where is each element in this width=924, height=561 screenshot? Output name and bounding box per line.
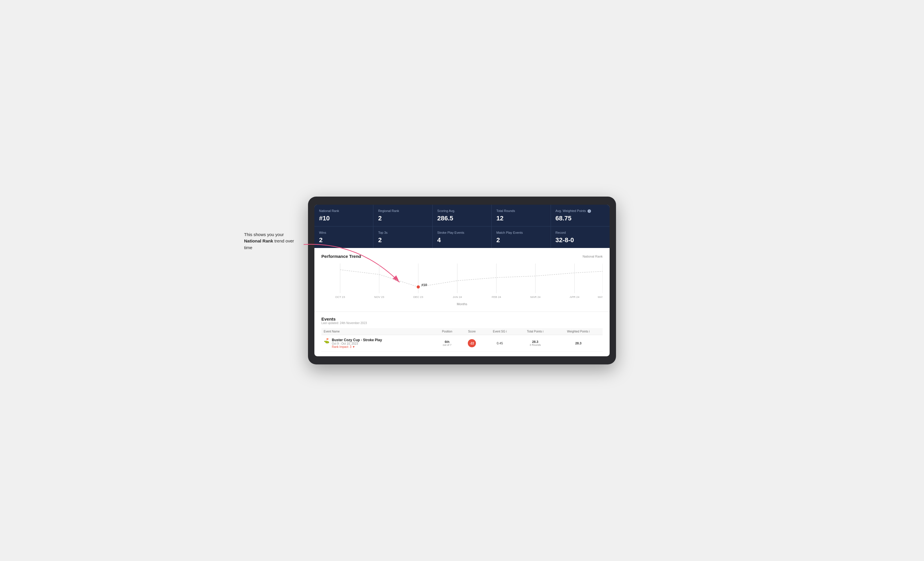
svg-text:FEB 24: FEB 24	[492, 295, 501, 299]
stat-wins: Wins 2	[314, 226, 373, 248]
stat-national-rank-label: National Rank	[319, 209, 369, 213]
stat-stroke-play: Stroke Play Events 4	[433, 226, 491, 248]
event-sg-cell: 0.45	[483, 335, 516, 352]
svg-text:NOV 23: NOV 23	[374, 295, 384, 299]
col-event-name: Event Name	[321, 328, 434, 335]
stat-match-play-label: Match Play Events	[496, 230, 546, 235]
events-title: Events	[321, 317, 603, 322]
event-total-points-sub: 3 Rounds	[519, 344, 552, 346]
stat-regional-rank-label: Regional Rank	[378, 209, 428, 213]
stat-record: Record 32-8-0	[551, 226, 610, 248]
col-event-sg: Event SG i	[483, 328, 516, 335]
stat-wins-label: Wins	[319, 230, 369, 235]
svg-text:DEC 23: DEC 23	[413, 295, 423, 299]
stat-scoring-avg: Scoring Avg. 286.5	[433, 205, 491, 226]
col-total-points: Total Points i	[516, 328, 554, 335]
score-badge: -22	[468, 339, 476, 347]
event-position: 6th	[436, 340, 458, 344]
scene: This shows you your National Rank trend …	[308, 197, 616, 365]
info-icon-sg: i	[506, 330, 507, 333]
event-sg: 0.45	[496, 341, 502, 345]
info-icon-wp: i	[589, 330, 590, 333]
chevron-down-icon: ▼	[352, 345, 355, 349]
stat-national-rank: National Rank #10	[314, 205, 373, 226]
events-section: Events Last updated: 24th November 2023 …	[314, 312, 610, 356]
stat-regional-rank-value: 2	[378, 215, 428, 222]
chart-svg: #10 OCT 23 NOV 23 DEC 23 JAN 24 FEB 24 M…	[321, 263, 603, 301]
stat-scoring-avg-label: Scoring Avg.	[437, 209, 487, 213]
svg-text:#10: #10	[422, 283, 427, 287]
svg-text:JAN 24: JAN 24	[453, 295, 462, 299]
events-table: Event Name Position Score Event SG i	[321, 328, 603, 352]
annotation-text: This shows you your National Rank trend …	[244, 232, 294, 250]
stat-match-play: Match Play Events 2	[492, 226, 550, 248]
stat-total-rounds: Total Rounds 12	[492, 205, 550, 226]
event-score-cell: -22	[460, 335, 483, 352]
stat-stroke-play-label: Stroke Play Events	[437, 230, 487, 235]
stat-total-rounds-value: 12	[496, 215, 546, 222]
info-icon-tp: i	[543, 330, 543, 333]
events-last-updated: Last updated: 24th November 2023	[321, 322, 603, 325]
stat-top3s: Top 3s 2	[374, 226, 432, 248]
event-total-points-cell: 28.3 3 Rounds	[516, 335, 554, 352]
event-name-cell: ⛳ Buster Cozy Cup - Stroke Play Oct 9 - …	[321, 335, 434, 352]
stat-match-play-value: 2	[496, 236, 546, 244]
stat-stroke-play-value: 4	[437, 236, 487, 244]
tablet-screen: National Rank #10 Regional Rank 2 Scorin…	[314, 205, 610, 357]
tablet-device: National Rank #10 Regional Rank 2 Scorin…	[308, 197, 616, 365]
stat-top3s-value: 2	[378, 236, 428, 244]
stat-wins-value: 2	[319, 236, 369, 244]
svg-text:APR 24: APR 24	[570, 295, 580, 299]
rank-impact: Rank Impact: 3 ▼	[332, 345, 382, 349]
col-position: Position	[434, 328, 460, 335]
stat-avg-weighted-label: Avg. Weighted Points i	[555, 209, 605, 213]
stat-record-label: Record	[555, 230, 605, 235]
stats-row-1: National Rank #10 Regional Rank 2 Scorin…	[314, 205, 610, 226]
event-weighted-points: 28.3	[575, 341, 581, 345]
event-date: Oct 9 - Oct 10, 2023	[332, 342, 382, 345]
perf-header: Performance Trend National Rank	[321, 254, 603, 259]
event-total-points: 28.3	[519, 340, 552, 344]
event-name: Buster Cozy Cup - Stroke Play	[332, 338, 382, 342]
stat-scoring-avg-value: 286.5	[437, 215, 487, 222]
stat-record-value: 32-8-0	[555, 236, 605, 244]
stat-avg-weighted: Avg. Weighted Points i 68.75	[551, 205, 610, 226]
svg-text:MAY 24: MAY 24	[598, 295, 603, 299]
golf-icon: ⛳	[324, 338, 330, 344]
col-weighted-points: Weighted Points i	[554, 328, 603, 335]
stat-regional-rank: Regional Rank 2	[374, 205, 432, 226]
perf-title: Performance Trend	[321, 254, 361, 259]
perf-axis-label: National Rank	[583, 255, 603, 258]
months-label: Months	[321, 302, 603, 306]
annotation: This shows you your National Rank trend …	[244, 232, 302, 251]
svg-text:MAR 24: MAR 24	[530, 295, 541, 299]
event-position-cell: 6th out of 7	[434, 335, 460, 352]
performance-section: Performance Trend National Rank	[314, 248, 610, 312]
event-position-sub: out of 7	[436, 344, 458, 346]
info-icon: i	[588, 209, 591, 213]
event-weighted-points-cell: 28.3	[554, 335, 603, 352]
col-score: Score	[460, 328, 483, 335]
svg-text:OCT 23: OCT 23	[335, 295, 345, 299]
chart-area: #10 OCT 23 NOV 23 DEC 23 JAN 24 FEB 24 M…	[321, 263, 603, 301]
stat-national-rank-value: #10	[319, 215, 369, 222]
stat-total-rounds-label: Total Rounds	[496, 209, 546, 213]
table-header-row: Event Name Position Score Event SG i	[321, 328, 603, 335]
table-row: ⛳ Buster Cozy Cup - Stroke Play Oct 9 - …	[321, 335, 603, 352]
stat-avg-weighted-value: 68.75	[555, 215, 605, 222]
svg-point-9	[417, 286, 420, 289]
stats-row-2: Wins 2 Top 3s 2 Stroke Play Events 4 Mat…	[314, 226, 610, 248]
stat-top3s-label: Top 3s	[378, 230, 428, 235]
